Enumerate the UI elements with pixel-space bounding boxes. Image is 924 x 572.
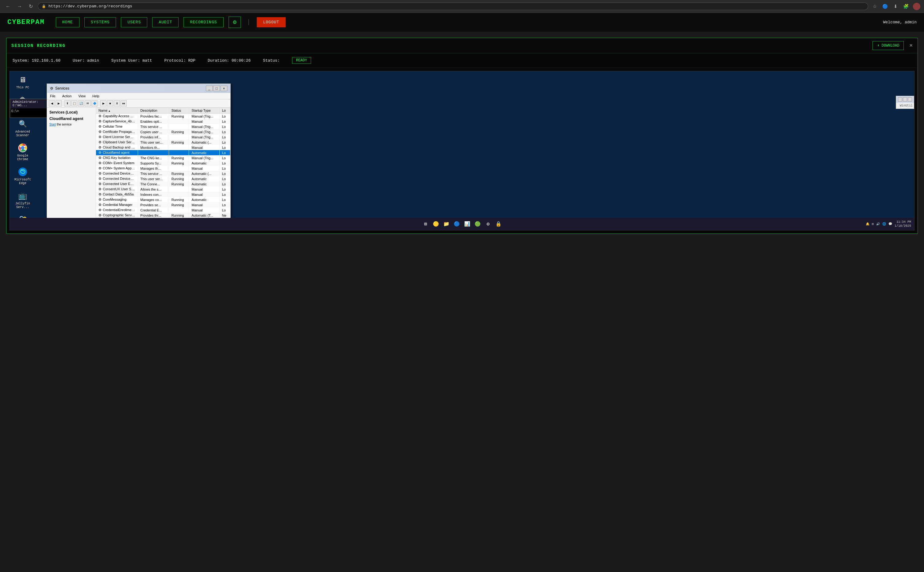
toolbar-btn2[interactable]: 📋 bbox=[71, 100, 77, 106]
table-row[interactable]: ⚙COM+ Event System Supports Sy... Runnin… bbox=[96, 160, 230, 166]
taskbar-lock[interactable]: 🔒 bbox=[495, 220, 502, 228]
table-row[interactable]: ⚙CoreMessaging Manages co... Running Aut… bbox=[96, 197, 230, 202]
menu-view[interactable]: View bbox=[77, 93, 87, 98]
service-desc-cell: Indexes con... bbox=[138, 192, 169, 197]
toolbar-stop[interactable]: ■ bbox=[107, 100, 113, 106]
profile-avatar[interactable] bbox=[913, 3, 920, 10]
service-icon: ⚙ bbox=[98, 145, 102, 149]
toolbar-btn4[interactable]: ✉ bbox=[85, 100, 91, 106]
service-status-cell: Running bbox=[169, 181, 189, 187]
nav-audit-button[interactable]: AUDIT bbox=[152, 17, 178, 27]
table-row[interactable]: ⚙Capability Access Manager ... Provides … bbox=[96, 113, 230, 119]
table-row[interactable]: ⚙Contact Data_4b55a Indexes con... Manua… bbox=[96, 192, 230, 197]
table-row[interactable]: ⚙CredentialEnrollmentMana... Credential … bbox=[96, 207, 230, 213]
winutil-close[interactable]: × bbox=[908, 97, 912, 101]
download-button[interactable]: ⬇ DOWNLOAD bbox=[873, 41, 904, 50]
downloads-button[interactable]: ⬇ bbox=[892, 3, 899, 10]
table-row[interactable]: ⚙Cryptographic Services Provides thr... … bbox=[96, 213, 230, 218]
close-panel-button[interactable]: × bbox=[909, 42, 913, 49]
toolbar-forward[interactable]: ▶ bbox=[56, 100, 62, 106]
jellyfin-icon: 📺 bbox=[17, 190, 28, 201]
taskbar-edge[interactable]: 🔵 bbox=[453, 220, 461, 228]
toolbar-pause[interactable]: ⏸ bbox=[114, 100, 120, 106]
toolbar-up[interactable]: ⬆ bbox=[64, 100, 71, 106]
desktop-icon-jellyfin[interactable]: 📺 Jellyfin Serv... bbox=[14, 190, 32, 209]
table-row[interactable]: ⚙CaptureService_4b55a Enables opti... Ma… bbox=[96, 119, 230, 124]
extension-button[interactable]: 🔵 bbox=[881, 3, 890, 10]
toolbar-btn3[interactable]: 🔄 bbox=[78, 100, 84, 106]
table-row[interactable]: ⚙Cloud Backup and Restore ... Monitors t… bbox=[96, 145, 230, 150]
taskbar-widgets[interactable]: ⊞ bbox=[872, 222, 874, 226]
winutil-maximize[interactable]: □ bbox=[903, 97, 907, 101]
table-row[interactable]: ⚙Certificate Propagation Copies user ...… bbox=[96, 129, 230, 134]
col-status[interactable]: Status bbox=[169, 108, 189, 113]
taskbar-notification[interactable]: 🔔 bbox=[866, 222, 870, 226]
address-bar[interactable]: 🔒 https://dev.cyberpam.org/recordings bbox=[38, 2, 868, 10]
taskbar-terminal[interactable]: 🟢 bbox=[474, 220, 482, 228]
table-row[interactable]: ⚙Credential Manager Provides se... Runni… bbox=[96, 202, 230, 207]
extensions-button[interactable]: 🧩 bbox=[902, 3, 910, 10]
toolbar-btn5[interactable]: 🔷 bbox=[91, 100, 98, 106]
table-row[interactable]: ⚙Connected Devices Platfor... This user … bbox=[96, 176, 230, 181]
taskbar-network[interactable]: 🌐 bbox=[882, 222, 886, 226]
back-button[interactable]: ← bbox=[4, 3, 12, 10]
table-row[interactable]: ⚙Cellular Time This service ... Manual (… bbox=[96, 124, 230, 129]
services-close-button[interactable]: × bbox=[220, 85, 227, 91]
forward-button[interactable]: → bbox=[16, 3, 24, 10]
table-row[interactable]: ⚙Connected Devices Platfor... This servi… bbox=[96, 171, 230, 176]
table-row[interactable]: ⚙Clipboard User Service_4b55a This user … bbox=[96, 140, 230, 145]
table-row[interactable]: ⚙ConsentUX User Service_4b... Allows the… bbox=[96, 187, 230, 192]
taskbar-volume[interactable]: 🔊 bbox=[876, 222, 880, 226]
service-name-cell: ⚙ConsentUX User Service_4b... bbox=[96, 187, 138, 192]
col-startup[interactable]: Startup Type bbox=[189, 108, 219, 113]
toolbar-play[interactable]: ▶ bbox=[100, 100, 107, 106]
winutil-minimize[interactable]: _ bbox=[898, 97, 902, 101]
desktop-icon-chrome[interactable]: GoogleChrome bbox=[14, 142, 32, 162]
col-lo[interactable]: Lo bbox=[219, 108, 230, 113]
table-row[interactable]: ⚙CNG Key Isolation The CNG ke... Running… bbox=[96, 155, 230, 160]
service-lo-cell: Lo bbox=[219, 129, 230, 134]
taskbar-file-explorer[interactable]: 📁 bbox=[442, 220, 450, 228]
col-description[interactable]: Description bbox=[138, 108, 169, 113]
toolbar-back[interactable]: ◀ bbox=[49, 100, 55, 106]
taskbar-store[interactable]: 📊 bbox=[463, 220, 471, 228]
service-lo-cell: Lo bbox=[219, 181, 230, 187]
desktop-icon-advanced-scanner[interactable]: 🔍 AdvancedScanner bbox=[14, 118, 32, 137]
taskbar-search[interactable]: 🟡 bbox=[432, 220, 440, 228]
menu-help[interactable]: Help bbox=[91, 93, 101, 98]
bookmark-button[interactable]: ☆ bbox=[871, 3, 878, 10]
menu-file[interactable]: File bbox=[49, 93, 57, 98]
nav-recordings-button[interactable]: RECORDINGS bbox=[183, 17, 223, 27]
table-row[interactable]: ⚙Connected User Experience... The Conne.… bbox=[96, 181, 230, 187]
taskbar-chat[interactable]: 💬 bbox=[888, 222, 892, 226]
col-name[interactable]: Name bbox=[96, 108, 138, 113]
taskbar-settings[interactable]: ⚙ bbox=[484, 220, 492, 228]
nav-users-button[interactable]: USERS bbox=[121, 17, 147, 27]
toolbar-restart[interactable]: ⏭ bbox=[121, 100, 127, 106]
service-lo-cell: Lo bbox=[219, 150, 230, 155]
start-service-link[interactable]: Start bbox=[50, 123, 56, 126]
logout-button[interactable]: LOGOUT bbox=[257, 17, 286, 27]
menu-action[interactable]: Action bbox=[61, 93, 73, 98]
settings-button[interactable]: ⚙ bbox=[229, 17, 241, 28]
table-row[interactable]: ⚙Client License Service (ClipS... Provid… bbox=[96, 134, 230, 140]
service-startup-cell: Automatic (... bbox=[189, 140, 219, 145]
table-row[interactable]: ⚙COM+ System Application Manages th... M… bbox=[96, 166, 230, 171]
desktop-icon-edge[interactable]: MicrosoftEdge bbox=[14, 166, 32, 185]
nav-systems-button[interactable]: SYSTEMS bbox=[84, 17, 116, 27]
desktop-icon-this-pc[interactable]: 🖥 This PC bbox=[14, 74, 32, 90]
services-minimize-button[interactable]: _ bbox=[206, 85, 212, 91]
winutil-window: _ □ × WinUtil bbox=[896, 96, 914, 109]
main-content: SESSION RECORDING ⬇ DOWNLOAD × System: 1… bbox=[0, 32, 924, 240]
service-lo-cell: Lo bbox=[219, 202, 230, 207]
services-maximize-button[interactable]: □ bbox=[213, 85, 220, 91]
nav-home-button[interactable]: HOME bbox=[56, 17, 79, 27]
taskbar-clock[interactable]: 11:34 PM 1/18/2025 bbox=[895, 220, 911, 228]
reload-button[interactable]: ↻ bbox=[27, 3, 35, 10]
table-row[interactable]: ⚙Cloudflared agent Automatic Lo bbox=[96, 150, 230, 155]
service-name-cell: ⚙CredentialEnrollmentMana... bbox=[96, 207, 138, 213]
taskbar-start-button[interactable]: ⊞ bbox=[422, 220, 429, 228]
clock-time: 11:34 PM bbox=[895, 220, 911, 224]
service-icon: ⚙ bbox=[98, 124, 102, 128]
service-lo-cell: Lo bbox=[219, 192, 230, 197]
